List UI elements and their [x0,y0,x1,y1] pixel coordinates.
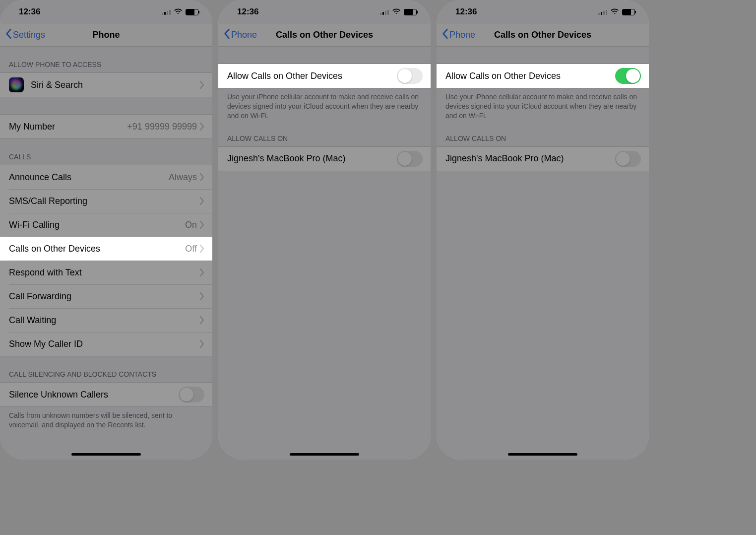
cell-siri-search[interactable]: Siri & Search [0,73,212,97]
cell-device-macbook[interactable]: Jignesh's MacBook Pro (Mac) [437,147,649,171]
status-bar: 12:36 [0,0,212,24]
home-indicator[interactable] [508,453,577,456]
cell-label: SMS/Call Reporting [9,196,200,206]
chevron-right-icon [200,316,204,324]
chevron-right-icon [200,173,204,181]
cell-label: Call Waiting [9,315,200,326]
status-time: 12:36 [237,7,258,17]
cell-label: Jignesh's MacBook Pro (Mac) [445,153,615,164]
section-header-silencing: CALL SILENCING AND BLOCKED CONTACTS [0,356,212,382]
home-indicator[interactable] [71,453,141,456]
wifi-icon [610,7,619,17]
cell-label: Calls on Other Devices [9,244,185,254]
chevron-right-icon [200,197,204,205]
cell-respond-text[interactable]: Respond with Text [0,261,212,284]
signal-icon [162,9,171,15]
cell-label: Allow Calls on Other Devices [445,71,615,81]
back-button[interactable]: Settings [5,28,45,42]
chevron-right-icon [200,123,204,131]
wifi-icon [392,7,401,17]
back-button[interactable]: Phone [223,28,257,42]
home-indicator[interactable] [290,453,359,456]
status-time: 12:36 [455,7,477,17]
cell-show-caller-id[interactable]: Show My Caller ID [0,332,212,356]
signal-icon [380,9,389,15]
cell-call-waiting[interactable]: Call Waiting [0,308,212,332]
cell-sms-reporting[interactable]: SMS/Call Reporting [0,189,212,213]
section-header-calls: CALLS [0,139,212,165]
toggle-silence-unknown[interactable] [179,387,204,402]
section-header-access: ALLOW PHONE TO ACCESS [0,47,212,72]
chevron-right-icon [200,292,204,300]
toggle-allow-calls[interactable] [397,68,423,84]
cell-my-number[interactable]: My Number +91 99999 99999 [0,115,212,138]
back-label: Phone [231,30,257,40]
cell-label: Wi-Fi Calling [9,220,185,230]
cell-label: Jignesh's MacBook Pro (Mac) [227,153,397,164]
footer-allow: Use your iPhone cellular account to make… [218,88,431,127]
cell-wifi-calling[interactable]: Wi-Fi Calling On [0,213,212,237]
cell-value: Off [185,244,197,254]
status-bar: 12:36 [218,0,431,24]
chevron-left-icon [223,28,230,42]
cell-calls-other-devices[interactable]: Calls on Other Devices Off [0,237,212,261]
status-time: 12:36 [19,7,40,17]
section-header-devices: ALLOW CALLS ON [218,127,431,146]
cell-announce-calls[interactable]: Announce Calls Always [0,165,212,189]
cell-label: My Number [9,122,127,132]
back-button[interactable]: Phone [441,28,475,42]
cell-label: Announce Calls [9,172,169,183]
cell-value: On [185,220,197,230]
cell-device-macbook[interactable]: Jignesh's MacBook Pro (Mac) [218,147,431,171]
cell-allow-calls-other-devices[interactable]: Allow Calls on Other Devices [218,64,431,88]
siri-icon [9,77,24,92]
screen-calls-other-devices-off: 12:36 Phone Calls on Other Devices Allow… [218,0,431,460]
nav-bar: Settings Phone [0,24,212,47]
cell-label: Silence Unknown Callers [9,390,179,400]
chevron-left-icon [5,28,12,42]
cell-allow-calls-other-devices[interactable]: Allow Calls on Other Devices [437,64,649,88]
chevron-right-icon [200,340,204,348]
cell-value: +91 99999 99999 [127,122,197,132]
chevron-right-icon [200,81,204,89]
nav-bar: Phone Calls on Other Devices [218,24,431,47]
cell-label: Siri & Search [31,80,200,90]
chevron-right-icon [200,268,204,276]
chevron-right-icon [200,245,204,253]
cell-label: Call Forwarding [9,291,200,302]
section-header-devices: ALLOW CALLS ON [437,127,649,146]
cell-call-forwarding[interactable]: Call Forwarding [0,284,212,308]
status-bar: 12:36 [437,0,649,24]
back-label: Settings [13,30,45,40]
wifi-icon [174,7,183,17]
battery-icon [622,9,635,15]
screen-calls-other-devices-on: 12:36 Phone Calls on Other Devices Allow… [437,0,649,460]
toggle-allow-calls[interactable] [615,68,641,84]
footer-silence: Calls from unknown numbers will be silen… [0,407,212,436]
toggle-device-macbook[interactable] [397,151,423,167]
cell-label: Show My Caller ID [9,339,200,349]
battery-icon [404,9,417,15]
cell-value: Always [169,172,197,183]
toggle-device-macbook[interactable] [615,151,641,167]
back-label: Phone [449,30,475,40]
cell-label: Respond with Text [9,268,200,278]
screen-phone-settings: 12:36 Settings Phone ALLOW PHONE TO ACCE… [0,0,212,460]
cell-silence-unknown[interactable]: Silence Unknown Callers [0,383,212,406]
battery-icon [186,9,198,15]
nav-bar: Phone Calls on Other Devices [437,24,649,47]
cell-label: Allow Calls on Other Devices [227,71,397,81]
footer-allow: Use your iPhone cellular account to make… [437,88,649,127]
chevron-left-icon [441,28,448,42]
chevron-right-icon [200,221,204,229]
signal-icon [598,9,607,15]
